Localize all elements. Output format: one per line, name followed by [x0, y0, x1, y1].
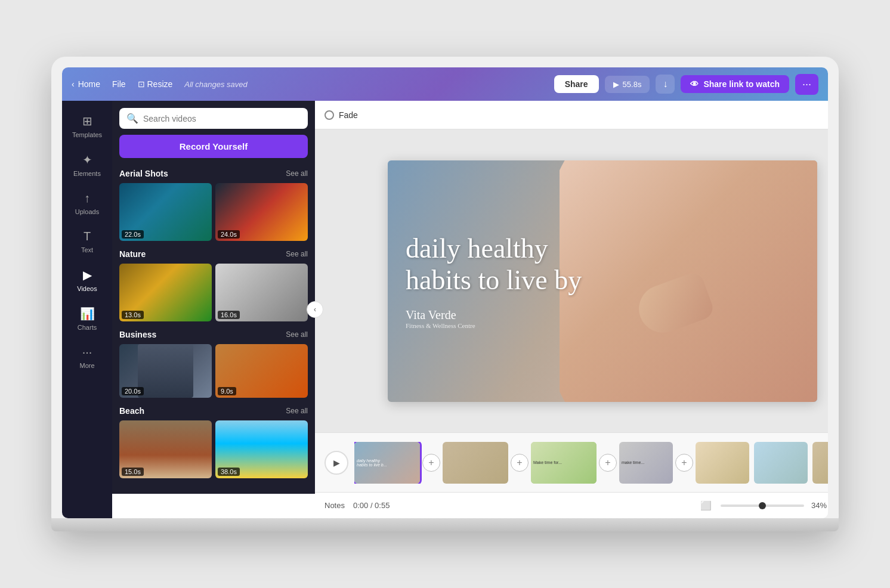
play-button[interactable]: ▶ [325, 451, 348, 475]
sidebar-label-templates: Templates [72, 131, 102, 138]
templates-icon: ⊞ [82, 114, 92, 128]
top-bar-left: ‹ Home File ⊡ Resize All changes saved [72, 79, 545, 89]
add-slide-btn-1[interactable]: + [422, 454, 440, 472]
add-frame-button[interactable]: ⊕ [827, 106, 828, 124]
canvas-area: Fade ⊕ ⧉ 🗑 [315, 101, 828, 518]
share-link-button[interactable]: 👁 Share link to watch [681, 75, 789, 93]
business-section-header: Business See all [119, 330, 308, 339]
timeline-slide-6[interactable] [754, 442, 808, 484]
saved-status: All changes saved [184, 80, 248, 89]
timeline-slide-2[interactable] [443, 442, 508, 484]
business-grid: 20.0s 9.0s [119, 344, 308, 398]
beach-section-header: Beach See all [119, 406, 308, 416]
sidebar-item-more[interactable]: ··· More [62, 339, 112, 375]
brand-name: Vita Verde [406, 308, 582, 321]
sidebar-item-uploads[interactable]: ↑ Uploads [62, 185, 112, 221]
progress-dot [759, 502, 766, 509]
timeline: ▶ daily healthy habits to live b... dail… [315, 432, 828, 492]
progress-slider[interactable] [721, 505, 804, 507]
top-bar: ‹ Home File ⊡ Resize All changes saved S… [62, 67, 828, 101]
nature-see-all[interactable]: See all [286, 250, 308, 258]
play-time-button[interactable]: ▶ 55.8s [605, 76, 650, 93]
sidebar-label-more: More [79, 362, 94, 369]
aerial-grid: 22.0s 24.0s [119, 183, 308, 241]
add-slide-btn-3[interactable]: + [599, 454, 617, 472]
aerial-video-2[interactable]: 24.0s [215, 183, 308, 241]
canvas-toolbar: Fade ⊕ ⧉ 🗑 [315, 101, 828, 129]
back-icon: ‹ [72, 79, 75, 89]
sidebar-item-text[interactable]: T Text [62, 224, 112, 259]
biz-duration-1: 20.0s [122, 387, 144, 395]
screen-icon-btn[interactable]: ⬜ [699, 499, 713, 513]
aerial-see-all[interactable]: See all [286, 169, 308, 178]
canvas-toolbar-right: ⊕ ⧉ 🗑 [827, 106, 828, 124]
add-slide-btn-2[interactable]: + [511, 454, 529, 472]
more-options-button[interactable]: ··· [795, 74, 818, 95]
sidebar-label-uploads: Uploads [75, 208, 99, 215]
bottom-controls: ⬜ 34% 9 ⤡ ? [699, 499, 828, 513]
nature-video-2[interactable]: 16.0s [215, 264, 308, 321]
aerial-title: Aerial Shots [119, 169, 168, 178]
business-title: Business [119, 330, 156, 339]
download-button[interactable]: ↓ [656, 75, 675, 94]
panel-collapse-button[interactable]: ‹ [307, 301, 323, 318]
record-button[interactable]: Record Yourself [119, 135, 308, 158]
home-label: Home [78, 79, 100, 89]
beach-duration-1: 15.0s [122, 468, 144, 476]
timeline-slide-1[interactable]: daily healthy habits to live b... daily … [354, 442, 420, 484]
play-icon: ▶ [613, 80, 619, 89]
brand-tagline: Fitness & Wellness Centre [406, 321, 582, 329]
laptop-base [51, 518, 839, 531]
fade-icon [325, 110, 334, 120]
fade-label: Fade [339, 110, 358, 120]
eye-icon: 👁 [690, 79, 699, 89]
nature-video-1[interactable]: 13.0s [119, 264, 212, 321]
timeline-slide-3[interactable]: Make time for... [531, 442, 597, 484]
notes-label[interactable]: Notes [325, 501, 345, 510]
resize-menu[interactable]: ⊡ Resize [138, 79, 173, 89]
resize-icon: ⊡ [138, 79, 145, 89]
sidebar-item-charts[interactable]: 📊 Charts [62, 301, 112, 337]
slide-brand: Vita Verde Fitness & Wellness Centre [406, 308, 582, 329]
timeline-slide-5[interactable] [696, 442, 749, 484]
beach-grid: 15.0s 38.0s [119, 420, 308, 478]
videos-panel-wrapper: 🔍 Record Yourself Aerial Shots See all 2… [112, 101, 315, 518]
more-icon: ··· [82, 345, 92, 359]
nature-title: Nature [119, 249, 146, 259]
beach-duration-2: 38.0s [218, 468, 240, 476]
file-menu[interactable]: File [112, 79, 126, 89]
biz-video-2[interactable]: 9.0s [215, 344, 308, 398]
share-button[interactable]: Share [554, 75, 599, 93]
add-slide-btn-4[interactable]: + [675, 454, 693, 472]
bottom-bar: Notes 0:00 / 0:55 ⬜ 34% 9 ⤡ ? [315, 492, 828, 518]
aerial-section-header: Aerial Shots See all [119, 169, 308, 178]
laptop-shell: ‹ Home File ⊡ Resize All changes saved S… [51, 57, 839, 531]
text-icon: T [84, 230, 91, 243]
timeline-slide-4[interactable]: make time... [619, 442, 673, 484]
videos-icon: ▶ [83, 268, 92, 282]
beach-see-all[interactable]: See all [286, 407, 308, 415]
timeline-slide-7[interactable] [812, 442, 828, 484]
beach-video-1[interactable]: 15.0s [119, 420, 212, 478]
sidebar-item-elements[interactable]: ✦ Elements [62, 147, 112, 183]
elements-icon: ✦ [82, 153, 92, 167]
sidebar-item-videos[interactable]: ▶ Videos [62, 262, 112, 298]
search-icon: 🔍 [126, 113, 138, 124]
biz-video-1[interactable]: 20.0s [119, 344, 212, 398]
slide-preview[interactable]: daily healthy habits to live by Vita Ver… [388, 160, 817, 402]
charts-icon: 📊 [80, 307, 95, 321]
sidebar-item-templates[interactable]: ⊞ Templates [62, 108, 112, 144]
business-see-all[interactable]: See all [286, 330, 308, 339]
beach-video-2[interactable]: 38.0s [215, 420, 308, 478]
share-link-label: Share link to watch [703, 79, 780, 89]
sidebar: ⊞ Templates ✦ Elements ↑ Uploads T Text … [62, 101, 112, 518]
transition-label: Fade [325, 110, 358, 120]
sidebar-label-charts: Charts [78, 324, 97, 331]
nature-grid: 13.0s 16.0s [119, 264, 308, 321]
search-input[interactable] [143, 114, 301, 123]
home-nav[interactable]: ‹ Home [72, 79, 100, 89]
sidebar-label-videos: Videos [77, 285, 97, 292]
sidebar-label-elements: Elements [73, 170, 101, 177]
screen: ‹ Home File ⊡ Resize All changes saved S… [62, 67, 828, 518]
aerial-video-1[interactable]: 22.0s [119, 183, 212, 241]
